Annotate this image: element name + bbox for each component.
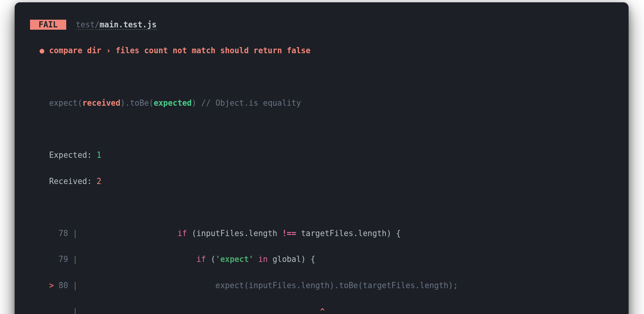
test-output-terminal: FAIL test/main.test.js ● compare dir › f… <box>15 2 629 314</box>
expected-line: Expected: 1 <box>30 149 613 162</box>
code-line-caret: | ^ <box>30 306 613 314</box>
file-dir: test/ <box>76 20 100 30</box>
caret-icon: ^ <box>320 307 325 314</box>
matcher-line: expect(received).toBe(expected) // Objec… <box>30 97 613 110</box>
code-line-79: 79 | if ('expect' in global) { <box>30 253 613 266</box>
code-line-78: 78 | if (inputFiles.length !== targetFil… <box>30 227 613 240</box>
received-value: 2 <box>97 177 101 186</box>
expected-token: expected <box>154 98 192 108</box>
test-title: compare dir › files count not match shou… <box>49 46 310 55</box>
code-line-80: > 80 | expect(inputFiles.length).toBe(ta… <box>30 279 613 292</box>
expected-value: 1 <box>97 150 101 160</box>
file-name: main.test.js <box>99 20 156 30</box>
error-arrow-icon: > <box>49 281 54 290</box>
received-line: Received: 2 <box>30 175 613 188</box>
bullet-icon: ● <box>40 46 44 55</box>
fail-badge: FAIL <box>30 20 66 30</box>
received-token: received <box>82 98 121 108</box>
test-title-line: ● compare dir › files count not match sh… <box>30 44 613 57</box>
header-line: FAIL test/main.test.js <box>30 19 613 32</box>
